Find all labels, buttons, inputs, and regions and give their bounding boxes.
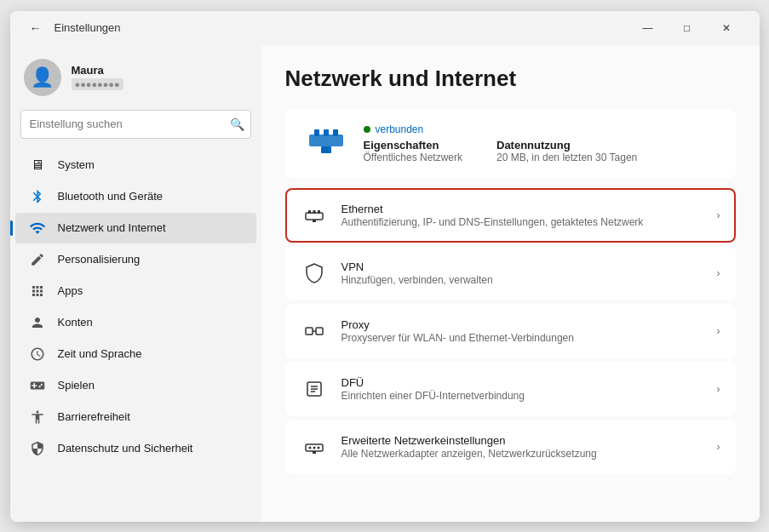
- sidebar: 👤 Maura ●●●●●●●● 🔍 🖥 System: [10, 45, 261, 522]
- svg-rect-2: [324, 129, 329, 136]
- system-icon: 🖥: [29, 157, 46, 174]
- accounts-icon: [29, 314, 46, 331]
- titlebar: ← Einstellungen — □ ✕: [10, 11, 760, 45]
- sidebar-item-konten[interactable]: Konten: [15, 307, 256, 338]
- user-icon: 👤: [31, 66, 54, 89]
- ethernet-text: Ethernet Authentifizierung, IP- und DNS-…: [341, 203, 703, 228]
- user-section: 👤 Maura ●●●●●●●●: [10, 52, 261, 110]
- svg-rect-12: [316, 328, 323, 335]
- sidebar-item-barrierefreiheit[interactable]: Barrierefreiheit: [15, 402, 256, 432]
- window-controls: — □ ✕: [628, 14, 746, 42]
- sidebar-item-label: Apps: [58, 284, 83, 297]
- back-button[interactable]: ←: [24, 16, 48, 40]
- user-info: Maura ●●●●●●●●: [72, 64, 123, 90]
- svg-rect-1: [314, 129, 319, 136]
- ethernet-desc: Authentifizierung, IP- und DNS-Einstellu…: [341, 216, 703, 228]
- vpn-icon: [301, 260, 328, 287]
- sidebar-item-netzwerk[interactable]: Netzwerk und Internet: [15, 213, 256, 243]
- dfue-text: DFÜ Einrichten einer DFÜ-Internetverbind…: [341, 376, 703, 402]
- network-status-card: verbunden Eigenschaften Öffentliches Net…: [285, 109, 736, 178]
- svg-rect-6: [306, 213, 323, 220]
- sidebar-item-label: Personalisierung: [58, 253, 141, 266]
- titlebar-title: Einstellungen: [55, 21, 121, 34]
- sidebar-item-personalisierung[interactable]: Personalisierung: [15, 244, 256, 275]
- data-usage-value: 20 MB, in den letzten 30 Tagen: [496, 152, 637, 163]
- main-content: Netzwerk und Internet: [261, 45, 760, 522]
- chevron-right-icon: ›: [717, 383, 720, 395]
- sidebar-item-spielen[interactable]: Spielen: [15, 370, 256, 401]
- status-dot: [364, 126, 370, 133]
- dfue-title: DFÜ: [341, 376, 703, 389]
- chevron-right-icon: ›: [717, 209, 720, 221]
- settings-item-vpn[interactable]: VPN Hinzufügen, verbinden, verwalten ›: [285, 246, 736, 300]
- accessibility-icon: [29, 409, 46, 426]
- search-icon: 🔍: [230, 117, 244, 131]
- apps-icon: [29, 283, 46, 300]
- vpn-desc: Hinzufügen, verbinden, verwalten: [341, 274, 703, 286]
- chevron-right-icon: ›: [717, 441, 720, 453]
- personalization-icon: [29, 251, 46, 268]
- avatar: 👤: [24, 59, 61, 96]
- page-title: Netzwerk und Internet: [285, 66, 736, 92]
- sidebar-item-label: Zeit und Sprache: [58, 347, 142, 360]
- erweitert-text: Erweiterte Netzwerkeinstellungen Alle Ne…: [341, 434, 703, 460]
- svg-point-19: [317, 446, 319, 449]
- sidebar-item-system[interactable]: 🖥 System: [15, 150, 256, 180]
- properties-value: Öffentliches Netzwerk: [364, 152, 463, 163]
- proxy-title: Proxy: [341, 318, 703, 331]
- dialup-icon: [301, 375, 328, 403]
- ethernet-large-icon: [302, 123, 350, 164]
- minimize-button[interactable]: —: [628, 14, 668, 42]
- sidebar-item-datenschutz[interactable]: Datenschutz und Sicherheit: [15, 433, 256, 464]
- svg-rect-10: [313, 220, 316, 222]
- proxy-icon: [301, 317, 328, 345]
- sidebar-item-bluetooth[interactable]: Bluetooth und Geräte: [15, 181, 256, 212]
- content-area: 👤 Maura ●●●●●●●● 🔍 🖥 System: [10, 45, 760, 522]
- privacy-icon: [29, 440, 46, 457]
- close-button[interactable]: ✕: [707, 14, 746, 42]
- svg-rect-7: [308, 210, 311, 214]
- data-usage-label: Datennutzung: [496, 139, 637, 152]
- sidebar-item-label: Konten: [58, 316, 93, 329]
- svg-point-18: [313, 446, 315, 449]
- sidebar-item-label: System: [58, 158, 95, 171]
- network-properties-row: Eigenschaften Öffentliches Netzwerk Date…: [364, 139, 638, 163]
- settings-item-ethernet[interactable]: Ethernet Authentifizierung, IP- und DNS-…: [285, 188, 736, 243]
- ethernet-icon: [301, 202, 328, 229]
- sidebar-item-label: Spielen: [58, 379, 95, 392]
- svg-rect-3: [333, 129, 338, 136]
- erweitert-desc: Alle Netzwerkadapter anzeigen, Netzwerkz…: [341, 448, 703, 460]
- sidebar-nav: 🖥 System Bluetooth und Geräte Netzwerk u…: [10, 149, 261, 465]
- svg-rect-9: [318, 210, 320, 214]
- ethernet-title: Ethernet: [341, 203, 703, 215]
- sidebar-item-label: Netzwerk und Internet: [58, 221, 166, 234]
- sidebar-item-label: Barrierefreiheit: [58, 410, 130, 423]
- chevron-right-icon: ›: [717, 325, 720, 337]
- search-input[interactable]: [20, 110, 251, 139]
- erweitert-title: Erweiterte Netzwerkeinstellungen: [341, 434, 703, 447]
- network-info: verbunden Eigenschaften Öffentliches Net…: [364, 123, 638, 163]
- settings-item-dfue[interactable]: DFÜ Einrichten einer DFÜ-Internetverbind…: [285, 362, 736, 416]
- bluetooth-icon: [29, 188, 46, 205]
- sidebar-item-label: Datenschutz und Sicherheit: [58, 442, 193, 455]
- vpn-title: VPN: [341, 260, 703, 273]
- data-usage-info: Datennutzung 20 MB, in den letzten 30 Ta…: [496, 139, 637, 163]
- user-name: Maura: [72, 64, 123, 77]
- svg-rect-16: [313, 451, 316, 454]
- dfue-desc: Einrichten einer DFÜ-Internetverbindung: [341, 390, 703, 402]
- settings-window: ← Einstellungen — □ ✕ 👤 Maura ●●●●●●●●: [10, 11, 760, 522]
- settings-item-proxy[interactable]: Proxy Proxyserver für WLAN- und Ethernet…: [285, 304, 736, 358]
- svg-point-17: [308, 446, 311, 449]
- advanced-network-icon: [301, 433, 328, 460]
- settings-item-erweitert[interactable]: Erweiterte Netzwerkeinstellungen Alle Ne…: [285, 420, 736, 474]
- proxy-desc: Proxyserver für WLAN- und Ethernet-Verbi…: [341, 332, 703, 344]
- gaming-icon: [29, 377, 46, 394]
- sidebar-item-zeit[interactable]: Zeit und Sprache: [15, 339, 256, 369]
- search-box: 🔍: [20, 110, 251, 139]
- sidebar-item-apps[interactable]: Apps: [15, 276, 256, 306]
- properties-label: Eigenschaften: [364, 139, 463, 152]
- sidebar-item-label: Bluetooth und Geräte: [58, 190, 164, 203]
- user-email: ●●●●●●●●: [72, 78, 123, 90]
- connection-status: verbunden: [364, 123, 638, 135]
- maximize-button[interactable]: □: [668, 14, 707, 42]
